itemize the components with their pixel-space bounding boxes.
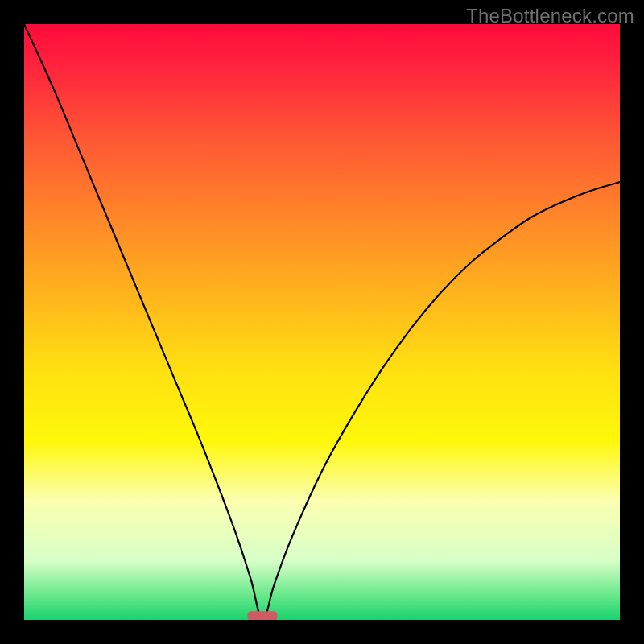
chart-frame — [24, 24, 620, 620]
gradient-background — [24, 24, 620, 620]
watermark-text: TheBottleneck.com — [466, 5, 634, 27]
min-marker — [248, 611, 278, 620]
bottleneck-chart — [24, 24, 620, 620]
